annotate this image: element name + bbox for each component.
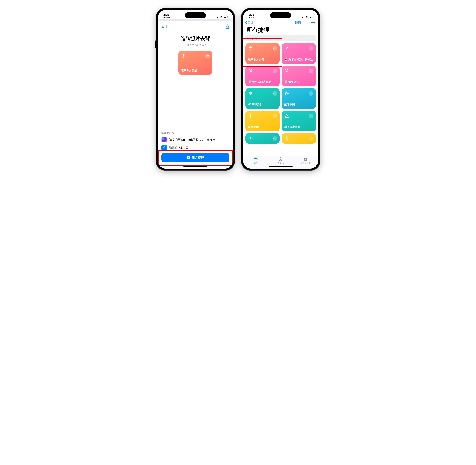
tab-shortcuts[interactable]: 捷徑: [243, 156, 268, 166]
cancel-button[interactable]: 取消: [161, 25, 168, 29]
shortcut-grid: 進階照片去背🐰兔年吉祥話、祝福語🐰兔年成語吉祥話🐰兔年賀詞WI-Fi 開關藍牙開…: [243, 43, 318, 144]
svg-rect-1: [224, 17, 226, 18]
shortcut-tile[interactable]: 藍牙開關: [282, 88, 316, 109]
shortcut-tile[interactable]: 加入過期提醒: [282, 111, 316, 131]
svg-rect-8: [305, 23, 306, 24]
tab-label: 自動化: [278, 162, 284, 165]
tile-icon: [248, 136, 253, 141]
shortcut-title: 進階照片去背: [161, 35, 229, 42]
tile-label: WI-Fi 開關: [248, 103, 277, 106]
more-icon[interactable]: [273, 46, 277, 51]
svg-rect-6: [305, 21, 306, 22]
dynamic-island: [270, 12, 291, 18]
svg-point-18: [285, 69, 286, 70]
phone-left: 2:25 ◀ Safari 取消 進階照片去背 已於 2023/2/7 分享: [156, 8, 235, 170]
tile-icon: [284, 68, 289, 74]
edit-button[interactable]: 編輯: [295, 21, 301, 25]
back-button[interactable]: 捷徑: [245, 21, 254, 25]
battery-icon: [309, 16, 314, 18]
chevron-left-icon: [245, 21, 247, 24]
more-icon[interactable]: [309, 91, 313, 96]
plus-icon: [311, 21, 315, 24]
siri-hint-text: 請說「嘿 Siri，進階照片去背」來執行: [169, 138, 215, 142]
add-shortcut-button[interactable]: ＋ 加入捷徑: [161, 153, 229, 162]
more-icon[interactable]: [273, 136, 277, 141]
svg-rect-27: [305, 158, 307, 158]
svg-rect-7: [307, 21, 308, 22]
battery-icon: [224, 16, 228, 18]
shortcut-tile[interactable]: 進階照片去背: [245, 43, 280, 64]
tile-label: 🐰兔年成語吉祥話: [248, 80, 277, 84]
back-to-app[interactable]: ◀ Safari: [163, 17, 170, 18]
tab-label: 捷徑: [254, 162, 258, 165]
add-button-label: 加入捷徑: [192, 156, 204, 160]
layout-button[interactable]: [304, 20, 309, 25]
shortcut-tile[interactable]: [245, 133, 280, 144]
svg-point-15: [249, 69, 250, 70]
share-sheet-icon: [161, 145, 167, 150]
shortcut-tile[interactable]: 🐰兔年吉祥話、祝福語: [282, 43, 316, 64]
tile-label: 進階照片去背: [181, 68, 210, 72]
svg-point-20: [286, 93, 287, 94]
siri-hint-row: 請說「嘿 Siri，進階照片去背」來執行: [161, 137, 229, 142]
status-time: 2:25: [163, 13, 170, 16]
add-button[interactable]: [311, 20, 315, 25]
tile-icon: [284, 113, 289, 118]
tile-label: 🐰兔年吉祥話、祝福語: [284, 58, 313, 61]
phone-right: 2:25 ◀ Safari 捷徑 編輯 所有捷徑: [241, 8, 320, 170]
svg-rect-4: [310, 17, 311, 18]
tab-gallery[interactable]: 捷徑資料庫: [293, 156, 318, 166]
page-title: 所有捷徑: [243, 26, 318, 35]
tile-icon: [248, 68, 253, 74]
dynamic-island: [185, 12, 206, 18]
shortcut-tile[interactable]: 晨間簡報: [245, 111, 280, 131]
search-input[interactable]: 搜尋: [245, 35, 316, 41]
svg-point-23: [286, 117, 287, 117]
share-sheet-row: 顯示於分享表單: [161, 145, 229, 150]
shortcut-tile[interactable]: 🐰兔年賀詞: [282, 66, 316, 86]
tab-automation[interactable]: 自動化: [268, 156, 293, 166]
wifi-icon: [220, 16, 223, 18]
shortcut-preview-tile: 進階照片去背: [179, 51, 212, 75]
about-heading: 關於此捷徑: [161, 131, 229, 135]
svg-rect-9: [307, 23, 308, 24]
more-icon[interactable]: [273, 114, 277, 118]
tile-label: 🐰兔年賀詞: [284, 80, 313, 84]
gallery-tab-icon: [303, 157, 308, 161]
cellular-icon: [301, 16, 304, 18]
more-icon[interactable]: [309, 136, 313, 141]
shortcut-tile[interactable]: 🐰兔年成語吉祥話: [245, 66, 280, 86]
more-icon[interactable]: [205, 53, 210, 58]
grid-icon: [305, 21, 308, 24]
svg-point-25: [279, 158, 282, 161]
shared-date: 已於 2023/2/7 分享: [161, 43, 229, 47]
tile-label: 加入過期提醒: [284, 125, 313, 129]
share-button[interactable]: [225, 24, 229, 30]
home-indicator[interactable]: [269, 166, 293, 167]
wifi-icon: [305, 16, 308, 18]
tile-icon: [284, 136, 289, 141]
automation-tab-icon: [278, 157, 283, 161]
more-icon[interactable]: [273, 91, 277, 96]
tile-label: 進階照片去背: [248, 58, 277, 61]
share-sheet-text: 顯示於分享表單: [169, 146, 188, 150]
tile-label: 藍牙開關: [284, 103, 313, 106]
status-time: 2:25: [249, 13, 255, 16]
svg-point-13: [287, 49, 288, 49]
more-icon[interactable]: [273, 69, 277, 73]
back-to-app[interactable]: ◀ Safari: [249, 17, 255, 18]
cellular-icon: [216, 16, 219, 18]
tab-label: 捷徑資料庫: [301, 162, 310, 165]
svg-point-12: [285, 47, 286, 47]
shortcut-tile[interactable]: [282, 133, 316, 144]
more-icon[interactable]: [309, 114, 313, 118]
shortcut-tile[interactable]: WI-Fi 開關: [245, 88, 280, 109]
plus-icon: ＋: [187, 156, 190, 159]
tile-icon: [284, 46, 289, 51]
more-icon[interactable]: [309, 46, 313, 51]
home-indicator[interactable]: [183, 166, 207, 167]
svg-point-19: [287, 71, 288, 72]
tile-label: 晨間簡報: [248, 125, 277, 129]
stack-icon: [181, 53, 186, 58]
more-icon[interactable]: [309, 69, 313, 73]
